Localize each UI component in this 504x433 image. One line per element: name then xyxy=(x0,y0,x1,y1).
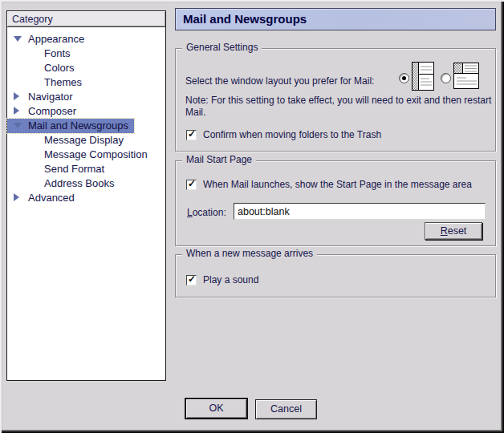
twisty-expanded-icon[interactable] xyxy=(14,121,23,131)
location-label: Location: xyxy=(187,207,226,218)
tree-item-themes[interactable]: Themes xyxy=(7,75,165,89)
page-title: Mail and Newsgroups xyxy=(175,8,496,30)
twisty-collapsed-icon[interactable] xyxy=(14,91,23,101)
layout-vertical-radio[interactable] xyxy=(399,73,409,83)
tree-item-address-books[interactable]: Address Books xyxy=(7,176,165,190)
tree-item-composer[interactable]: Composer xyxy=(7,103,165,118)
general-settings-group: General Settings Select the window layou… xyxy=(175,48,496,152)
tree-item-label: Message Display xyxy=(44,133,124,147)
category-tree: Appearance Fonts Colors Themes Navigator… xyxy=(7,27,165,204)
mail-start-page-legend: Mail Start Page xyxy=(182,154,256,166)
show-start-page-checkbox[interactable]: ✓ xyxy=(186,180,197,190)
tree-item-label: Send Format xyxy=(44,162,104,176)
category-column-header: Category xyxy=(7,11,165,27)
twisty-collapsed-icon[interactable] xyxy=(14,192,23,202)
window-layout-label: Select the window layout you prefer for … xyxy=(185,75,374,87)
tree-item-label: Appearance xyxy=(28,32,84,46)
tree-item-label: Advanced xyxy=(28,191,75,204)
cancel-button[interactable]: Cancel xyxy=(255,399,317,419)
new-message-group: When a new message arrives ✓ Play a soun… xyxy=(175,254,496,297)
mail-start-page-group: Mail Start Page ✓ When Mail launches, sh… xyxy=(175,160,496,246)
tree-item-label: Mail and Newsgroups xyxy=(28,119,128,132)
category-panel: Category Appearance Fonts Colors Themes … xyxy=(6,10,166,381)
tree-item-label: Themes xyxy=(44,75,82,89)
tree-item-label: Colors xyxy=(44,61,75,75)
tree-item-label: Message Composition xyxy=(44,148,148,161)
twisty-collapsed-icon[interactable] xyxy=(14,106,23,115)
tree-item-send-format[interactable]: Send Format xyxy=(7,161,165,176)
restart-note: Note: For this setting to take effect, y… xyxy=(185,95,497,119)
new-message-legend: When a new message arrives xyxy=(182,248,317,260)
check-icon: ✓ xyxy=(188,273,196,285)
tree-item-message-display[interactable]: Message Display xyxy=(7,132,165,147)
vertical-split-layout-icon[interactable] xyxy=(412,62,434,91)
tree-item-advanced[interactable]: Advanced xyxy=(7,190,165,204)
twisty-expanded-icon[interactable] xyxy=(14,34,23,44)
horizontal-split-layout-icon[interactable] xyxy=(453,63,479,89)
tree-item-fonts[interactable]: Fonts xyxy=(7,46,165,60)
tree-item-label: Composer xyxy=(28,104,76,118)
tree-item-label: Address Books xyxy=(44,176,114,190)
reset-button[interactable]: Reset xyxy=(425,222,482,240)
tree-item-label: Navigator xyxy=(28,90,73,103)
confirm-trash-checkbox[interactable]: ✓ xyxy=(186,130,197,140)
check-icon: ✓ xyxy=(188,178,196,189)
tree-item-appearance[interactable]: Appearance xyxy=(7,31,165,46)
tree-item-navigator[interactable]: Navigator xyxy=(7,89,165,103)
tree-item-label: Fonts xyxy=(44,47,71,60)
tree-item-colors[interactable]: Colors xyxy=(7,60,165,75)
play-sound-checkbox[interactable]: ✓ xyxy=(186,275,197,285)
layout-classic-radio[interactable] xyxy=(441,73,451,83)
show-start-page-label: When Mail launches, show the Start Page … xyxy=(203,179,472,190)
ok-button[interactable]: OK xyxy=(185,398,248,419)
confirm-trash-label: Confirm when moving folders to the Trash xyxy=(203,129,381,140)
preferences-dialog: { "colors": { "window_bg": "#d8d5d8", "s… xyxy=(0,0,504,433)
play-sound-label: Play a sound xyxy=(203,274,258,285)
tree-item-mail-and-newsgroups[interactable]: Mail and Newsgroups xyxy=(7,118,165,132)
tree-item-message-composition[interactable]: Message Composition xyxy=(7,147,165,161)
check-icon: ✓ xyxy=(188,128,196,140)
general-settings-legend: General Settings xyxy=(182,42,262,54)
location-input[interactable] xyxy=(234,203,486,220)
